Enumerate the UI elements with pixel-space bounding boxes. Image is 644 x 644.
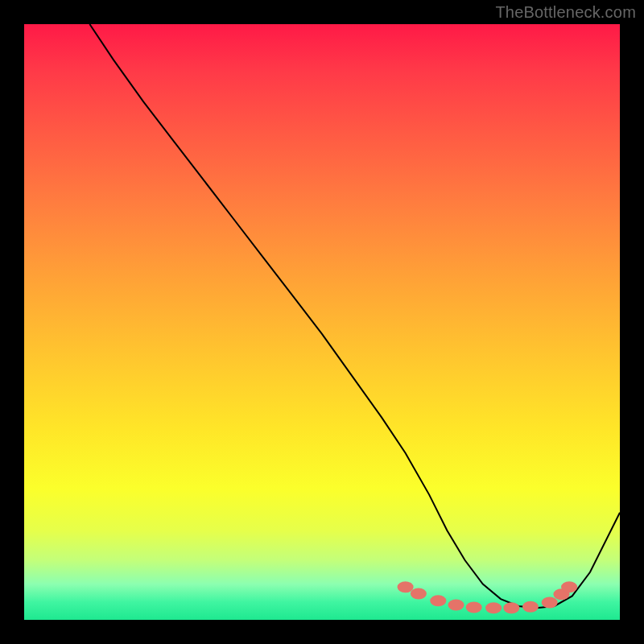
attribution-text: TheBottleneck.com [495, 3, 636, 22]
chart-frame: TheBottleneck.com [0, 0, 644, 644]
marker-dot [485, 602, 502, 613]
marker-dot [522, 601, 539, 613]
marker-dot [561, 581, 577, 592]
marker-dot [398, 581, 414, 592]
plot-area [24, 24, 620, 620]
curve-layer [24, 24, 620, 620]
marker-dot [411, 588, 427, 599]
marker-dot [466, 601, 482, 613]
marker-dot [503, 602, 519, 613]
marker-dot [448, 599, 464, 610]
marker-dot [542, 597, 558, 609]
bottleneck-curve [89, 24, 620, 608]
marker-dot [430, 595, 446, 606]
curve-markers [398, 581, 577, 613]
